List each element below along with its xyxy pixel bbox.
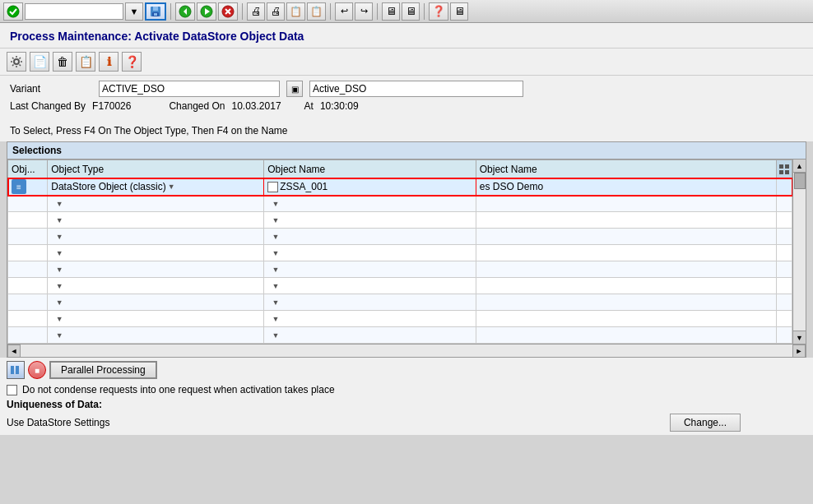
variant-browse-btn[interactable]: ▣ <box>286 81 303 97</box>
parallel-icon-btn[interactable] <box>7 361 25 379</box>
cell-object-name1[interactable]: ▼ <box>264 311 476 327</box>
row-checkbox[interactable] <box>267 182 278 192</box>
scroll-left-btn[interactable]: ◄ <box>7 344 21 358</box>
copy-action-btn[interactable]: 📋 <box>76 52 95 72</box>
info-action-btn[interactable]: ℹ <box>99 52 118 72</box>
monitor2-btn[interactable]: 🖥 <box>402 2 420 21</box>
cell-object-name2 <box>476 196 776 212</box>
cell-object-name1[interactable]: ▼ <box>264 327 476 344</box>
command-input[interactable] <box>25 3 123 20</box>
table-row[interactable]: ▼ ▼ <box>8 212 792 229</box>
scroll-down-btn[interactable]: ▼ <box>793 331 806 344</box>
copy2-btn[interactable]: 📋 <box>307 2 326 21</box>
cell-object-type[interactable]: ▼ <box>48 229 264 245</box>
exit-btn[interactable] <box>197 2 216 21</box>
cell-object-name1[interactable]: ▼ <box>264 278 476 294</box>
cell-object-type[interactable]: ▼ <box>48 294 264 311</box>
vertical-scrollbar[interactable]: ▲ ▼ <box>792 160 806 344</box>
h-scroll-track[interactable] <box>21 344 792 357</box>
print-btn[interactable]: 🖨 <box>247 2 265 21</box>
cell-object-name2 <box>476 278 776 294</box>
variant-row: Variant ▣ <box>10 81 803 97</box>
sep2 <box>242 3 243 20</box>
settings-action-btn[interactable] <box>7 52 26 72</box>
selections-container: Selections Obj... Object Type Object Nam… <box>7 141 806 358</box>
table-area: Obj... Object Type Object Name Object Na… <box>7 160 806 344</box>
table-row[interactable]: ≡ DataStore Object (classic) ▼ ZSSA_00 <box>8 178 792 196</box>
undo-btn[interactable]: ↩ <box>335 2 353 21</box>
table-row[interactable]: ▼ ▼ <box>8 196 792 212</box>
table-row[interactable]: ▼ ▼ <box>8 311 792 327</box>
cell-object-name1[interactable]: ▼ <box>264 261 476 278</box>
cell-object-type[interactable]: ▼ <box>48 327 264 344</box>
cell-object-name1[interactable]: ▼ <box>264 212 476 229</box>
table-row[interactable]: ▼ ▼ <box>8 261 792 278</box>
scroll-up-btn[interactable]: ▲ <box>793 160 806 173</box>
dropdown-arrow-btn[interactable]: ▼ <box>125 2 143 21</box>
cell-object-type[interactable]: ▼ <box>48 311 264 327</box>
cell-object-type[interactable]: ▼ <box>48 196 264 212</box>
variant-desc-input[interactable] <box>309 81 523 97</box>
cell-obj <box>8 212 48 229</box>
change-btn[interactable]: Change... <box>670 414 741 432</box>
variant-input[interactable] <box>99 81 280 97</box>
parallel-processing-btn[interactable]: Parallel Processing <box>49 361 157 379</box>
cell-object-name1[interactable]: ZSSA_001 <box>264 178 476 196</box>
do-not-condense-checkbox[interactable] <box>7 385 17 395</box>
table-row[interactable]: ▼ ▼ <box>8 294 792 311</box>
svg-rect-17 <box>11 366 14 374</box>
cell-extra <box>776 327 792 344</box>
cell-object-type[interactable]: DataStore Object (classic) ▼ <box>48 178 264 196</box>
svg-rect-14 <box>785 164 789 169</box>
table-row[interactable]: ▼ ▼ <box>8 278 792 294</box>
cell-object-type[interactable]: ▼ <box>48 212 264 229</box>
copy-btn[interactable]: 📋 <box>286 2 305 21</box>
back-btn[interactable] <box>175 2 195 21</box>
save-btn[interactable] <box>145 2 166 21</box>
cell-extra <box>776 178 792 196</box>
new-action-btn[interactable]: 📄 <box>30 52 49 72</box>
stop-btn[interactable]: ■ <box>28 361 46 379</box>
cell-extra <box>776 196 792 212</box>
scroll-right-btn[interactable]: ► <box>792 344 806 358</box>
cell-object-type[interactable]: ▼ <box>48 278 264 294</box>
th-object-type: Object Type <box>48 160 264 178</box>
table-row[interactable]: ▼ ▼ <box>8 327 792 344</box>
svg-point-12 <box>14 59 19 64</box>
svg-rect-2 <box>153 7 158 11</box>
cell-object-type[interactable]: ▼ <box>48 261 264 278</box>
cell-object-name2 <box>476 245 776 261</box>
cell-obj <box>8 196 48 212</box>
delete-action-btn[interactable]: 🗑 <box>53 52 72 72</box>
selections-header: Selections <box>7 142 806 160</box>
changed-on-value: 10.03.2017 <box>232 100 281 112</box>
cell-obj <box>8 327 48 344</box>
table-row[interactable]: ▼ ▼ <box>8 245 792 261</box>
table-row[interactable]: ▼ ▼ <box>8 229 792 245</box>
monitor1-btn[interactable]: 🖥 <box>382 2 400 21</box>
cell-obj <box>8 245 48 261</box>
check-btn[interactable] <box>3 2 23 21</box>
variant-label: Variant <box>10 83 92 95</box>
last-changed-by-label: Last Changed By <box>10 100 86 112</box>
help-btn[interactable]: ❓ <box>429 2 448 21</box>
cell-object-type[interactable]: ▼ <box>48 245 264 261</box>
cell-object-name1[interactable]: ▼ <box>264 229 476 245</box>
svg-rect-16 <box>785 170 789 174</box>
th-obj: Obj... <box>8 160 48 178</box>
table-header-row: Obj... Object Type Object Name Object Na… <box>8 160 792 178</box>
cancel-btn[interactable] <box>218 2 238 21</box>
redo-btn[interactable]: ↪ <box>355 2 373 21</box>
horizontal-scrollbar[interactable]: ◄ ► <box>7 344 806 357</box>
th-settings[interactable] <box>776 160 792 178</box>
svg-rect-4 <box>154 13 157 16</box>
system-btn[interactable]: 🖥 <box>450 2 468 21</box>
cell-object-name1[interactable]: ▼ <box>264 294 476 311</box>
cell-obj <box>8 229 48 245</box>
print2-btn[interactable]: 🖨 <box>267 2 285 21</box>
help-action-btn[interactable]: ❓ <box>122 52 142 72</box>
scroll-thumb[interactable] <box>794 173 806 189</box>
cell-object-name1[interactable]: ▼ <box>264 245 476 261</box>
sep3 <box>330 3 331 20</box>
cell-object-name1[interactable]: ▼ <box>264 196 476 212</box>
